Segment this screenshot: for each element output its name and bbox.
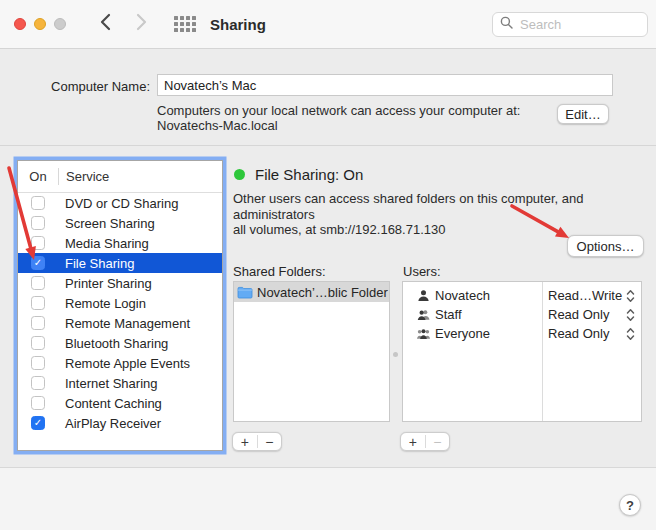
help-button[interactable]: ? — [619, 494, 641, 516]
user-name: Staff — [435, 307, 462, 322]
shared-folders-label: Shared Folders: — [233, 264, 326, 279]
network-access-description: Computers on your local network can acce… — [157, 103, 557, 133]
service-row-media-sharing[interactable]: Media Sharing — [18, 233, 222, 253]
network-access-line1: Computers on your local network can acce… — [157, 103, 557, 118]
service-row-remote-management[interactable]: Remote Management — [18, 313, 222, 333]
status-dot — [234, 169, 245, 180]
service-checkbox[interactable] — [31, 336, 45, 350]
user-row-staff[interactable]: Staff Read Only — [403, 305, 641, 324]
service-row-file-sharing[interactable]: File Sharing — [18, 253, 222, 273]
service-checkbox[interactable] — [31, 196, 45, 210]
user-name: Everyone — [435, 326, 490, 341]
users-add-remove: + − — [400, 432, 450, 451]
service-checkbox[interactable] — [31, 296, 45, 310]
search-field[interactable] — [492, 12, 648, 37]
service-checkbox[interactable] — [31, 416, 45, 430]
permission-cell[interactable]: Read Only — [542, 326, 641, 341]
permission-value: Read…Write — [548, 288, 622, 303]
service-label: Media Sharing — [65, 236, 149, 251]
options-button[interactable]: Options… — [567, 235, 644, 257]
close-button[interactable] — [14, 18, 26, 30]
service-label: Printer Sharing — [65, 276, 152, 291]
computer-name-field[interactable] — [157, 74, 613, 96]
shared-folders-add-remove: + − — [232, 432, 282, 451]
service-label: Remote Apple Events — [65, 356, 190, 371]
sharing-description-line1: Other users can access shared folders on… — [233, 191, 649, 222]
section-divider — [0, 145, 656, 146]
chevron-up-down-icon[interactable] — [626, 308, 635, 322]
pane-resize-handle[interactable] — [393, 352, 398, 357]
service-checkbox[interactable] — [31, 256, 45, 270]
service-checkbox[interactable] — [31, 236, 45, 250]
minimize-button[interactable] — [34, 18, 46, 30]
services-header: On Service — [18, 161, 222, 193]
user-name: Novatech — [435, 288, 490, 303]
service-label: Content Caching — [65, 396, 162, 411]
users-remove-button[interactable]: − — [426, 433, 450, 450]
window-controls — [14, 18, 66, 30]
folder-icon — [237, 286, 253, 299]
service-row-remote-login[interactable]: Remote Login — [18, 293, 222, 313]
service-row-bluetooth-sharing[interactable]: Bluetooth Sharing — [18, 333, 222, 353]
service-label: File Sharing — [65, 256, 134, 271]
page-title: Sharing — [210, 16, 266, 33]
service-row-screen-sharing[interactable]: Screen Sharing — [18, 213, 222, 233]
users-three-icon — [417, 327, 430, 340]
users-list: Novatech Read…Write Staff Read Only — [402, 281, 642, 422]
user-row-novatech[interactable]: Novatech Read…Write — [403, 286, 641, 305]
service-label: Screen Sharing — [65, 216, 155, 231]
forward-button — [128, 11, 154, 37]
search-input[interactable] — [518, 16, 640, 33]
service-row-internet-sharing[interactable]: Internet Sharing — [18, 373, 222, 393]
user-row-everyone[interactable]: Everyone Read Only — [403, 324, 641, 343]
permission-cell[interactable]: Read Only — [542, 307, 641, 322]
services-list: On Service DVD or CD Sharing Screen Shar… — [17, 160, 223, 451]
chevron-left-icon — [100, 13, 111, 35]
status-title: File Sharing: On — [255, 166, 363, 183]
shared-folders-list: Novatech’…blic Folder — [233, 281, 390, 422]
chevron-up-down-icon[interactable] — [626, 289, 635, 303]
service-row-printer-sharing[interactable]: Printer Sharing — [18, 273, 222, 293]
chevron-right-icon — [136, 13, 147, 35]
back-button[interactable] — [92, 11, 118, 37]
shared-folder-row[interactable]: Novatech’…blic Folder — [234, 282, 389, 302]
service-row-content-caching[interactable]: Content Caching — [18, 393, 222, 413]
service-row-dvd-or-cd-sharing[interactable]: DVD or CD Sharing — [18, 193, 222, 213]
service-label: Bluetooth Sharing — [65, 336, 168, 351]
service-checkbox[interactable] — [31, 316, 45, 330]
folders-add-button[interactable]: + — [233, 433, 257, 450]
zoom-button — [54, 18, 66, 30]
service-checkbox[interactable] — [31, 396, 45, 410]
edit-button[interactable]: Edit… — [557, 104, 609, 124]
service-checkbox[interactable] — [31, 276, 45, 290]
computer-name-label: Computer Name: — [38, 79, 150, 94]
service-label: Remote Management — [65, 316, 190, 331]
service-label: AirPlay Receiver — [65, 416, 161, 431]
users-two-icon — [417, 308, 430, 321]
chevron-up-down-icon[interactable] — [626, 327, 635, 341]
permission-cell[interactable]: Read…Write — [542, 288, 641, 303]
service-checkbox[interactable] — [31, 216, 45, 230]
folders-remove-button[interactable]: − — [258, 433, 282, 450]
permission-column-divider — [542, 282, 543, 421]
column-header-service: Service — [59, 169, 109, 184]
shared-folder-name: Novatech’…blic Folder — [257, 285, 388, 300]
service-checkbox[interactable] — [31, 356, 45, 370]
service-row-remote-apple-events[interactable]: Remote Apple Events — [18, 353, 222, 373]
service-label: DVD or CD Sharing — [65, 196, 178, 211]
local-hostname: Novatechs-Mac.local — [157, 118, 557, 133]
search-icon — [500, 15, 513, 33]
column-header-on: On — [18, 169, 58, 184]
service-label: Internet Sharing — [65, 376, 158, 391]
service-row-airplay-receiver[interactable]: AirPlay Receiver — [18, 413, 222, 433]
user-icon — [417, 289, 430, 302]
users-label: Users: — [403, 264, 441, 279]
users-add-button[interactable]: + — [401, 433, 425, 450]
sharing-description: Other users can access shared folders on… — [233, 191, 649, 238]
permission-value: Read Only — [548, 326, 609, 341]
service-checkbox[interactable] — [31, 376, 45, 390]
permission-value: Read Only — [548, 307, 609, 322]
show-all-grid-button[interactable] — [174, 16, 196, 32]
bottom-strip — [0, 467, 656, 530]
service-label: Remote Login — [65, 296, 146, 311]
